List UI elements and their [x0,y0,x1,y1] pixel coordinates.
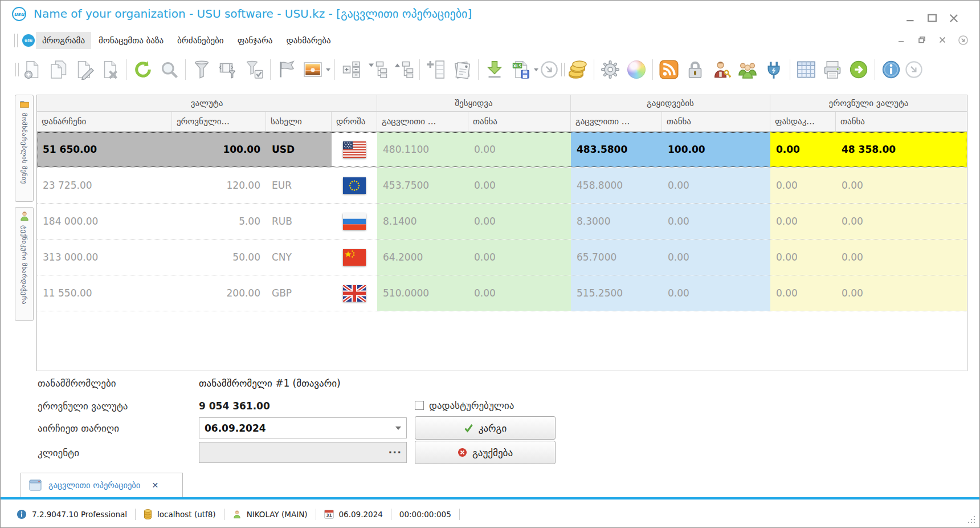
calendar-icon: 31 [324,509,334,519]
toolbar-overflow-icon[interactable] [904,56,924,83]
cell-sell-rate: 515.2500 [571,275,662,311]
ok-button-label: კარგი [479,423,507,434]
export-dropdown-icon[interactable] [534,68,540,71]
rss-feed-button[interactable] [656,56,682,83]
mdi-close-button[interactable] [936,35,949,45]
column-header-name[interactable]: სახელი [266,112,332,131]
group-header-national-currency[interactable]: ეროვნული ვალუტა [770,95,967,111]
resize-grip[interactable] [967,515,976,524]
money-button[interactable] [565,56,591,83]
menubar-drag-handle[interactable] [14,34,18,47]
collapse-tree-button[interactable] [364,56,390,83]
table-row-usd[interactable]: 51 650.00 100.00 USD 480.1100 0.00 483.5… [37,132,967,168]
date-combobox[interactable]: 06.09.2024 [199,417,407,438]
close-button[interactable] [948,13,960,23]
lock-button[interactable] [682,56,708,83]
table-row-gbp[interactable]: 11 550.00 200.00 GBP 510.0000 0.00 515.2… [37,275,967,311]
menu-bar: usu პროგრამა მონაცემთა ბაზა ბრძანებები ფ… [1,28,979,53]
theme-button[interactable] [623,56,650,83]
tab-label: გაცვლითი ოპერაციები [48,481,140,490]
chevron-down-icon[interactable] [395,427,401,430]
cell-amount: 48 358.00 [836,132,967,167]
column-header-buy-amount[interactable]: თანხა [468,112,571,131]
status-user: NIKOLAY (MAIN) [247,510,308,519]
table-row-rub[interactable]: 184 000.00 5.00 RUB 8.1400 0.00 8.3000 0… [37,204,967,239]
confirmed-checkbox[interactable] [415,401,424,410]
cell-national: 50.00 [172,239,266,275]
tab-close-icon[interactable]: ✕ [152,481,158,490]
cell-discount: 0.00 [770,275,836,311]
toolbar-overflow-icon[interactable] [540,56,559,83]
add-column-button[interactable] [423,56,449,83]
sidebar-tab-tech-support[interactable]: ტექნიკური მხარდაჭერა [15,207,34,321]
refresh-button[interactable] [130,56,156,83]
cell-sell-rate: 458.8000 [571,168,662,203]
settings-button[interactable] [597,56,623,83]
flag-button[interactable] [273,56,300,83]
cell-discount: 0.00 [770,239,836,275]
window-icon [29,480,42,491]
column-header-sell-rate[interactable]: გაცვლითი ... [571,112,662,131]
copy-record-button[interactable] [45,56,71,83]
menu-overflow-icon[interactable] [957,35,969,45]
report-button[interactable] [449,56,475,83]
menu-commands[interactable]: ბრძანებები [171,32,230,49]
menu-help[interactable]: დახმარება [280,32,337,49]
column-header-national[interactable]: ეროვნული... [172,112,266,131]
cancel-button-label: გაუქმება [472,447,513,458]
column-header-remaining[interactable]: დანარჩენი [37,112,172,131]
group-header-sales[interactable]: გაყიდვების [571,95,770,111]
cell-sell-rate: 65.7000 [571,239,662,275]
sidebar-tab-user-menu[interactable]: მომხმარებლის მენიუ [15,95,34,202]
usu-menu-icon[interactable]: usu [22,34,35,47]
table-row-cny[interactable]: 313 000.00 50.00 CNY 64.2000 0.00 65.700… [37,239,967,275]
cell-national: 5.00 [172,204,266,239]
table-row-eur[interactable]: 23 725.00 120.00 EUR 453.7500 0.00 458.8… [37,168,967,204]
maximize-button[interactable] [926,13,938,23]
check-icon [464,423,473,433]
column-header-sell-amount[interactable]: თანხა [662,112,770,131]
print-button[interactable] [819,56,846,83]
column-header-buy-rate[interactable]: გაცვლითი ... [377,112,468,131]
filter-button[interactable] [189,56,215,83]
filter-custom-button[interactable] [241,56,267,83]
image-button[interactable] [300,56,326,83]
expand-tree-button[interactable] [390,56,416,83]
plugin-button[interactable] [761,56,787,83]
mdi-minimize-button[interactable] [895,35,908,45]
gb-flag-icon [343,285,366,302]
edit-record-button[interactable] [71,56,97,83]
row-height-button[interactable] [338,56,364,83]
client-field[interactable]: ... [199,442,407,463]
export-xls-button[interactable]: XLS [508,56,534,83]
group-header-currency[interactable]: ვალუტა [37,95,377,111]
image-dropdown-icon[interactable] [326,68,332,71]
menu-program[interactable]: პროგრამა [36,32,91,49]
user-permissions-button[interactable] [708,56,734,83]
cell-amount: 0.00 [836,204,967,239]
column-header-discount[interactable]: ფასდაკ... [770,112,836,131]
ok-button[interactable]: კარგი [415,416,556,440]
grid-button[interactable] [793,56,819,83]
import-button[interactable] [481,56,508,83]
menu-window[interactable]: ფანჯარა [231,32,279,49]
menu-database[interactable]: მონაცემთა ბაზა [92,32,170,49]
cancel-button[interactable]: გაუქმება [415,441,556,464]
delete-record-button[interactable] [97,56,124,83]
search-button[interactable] [156,56,182,83]
status-bar: 7.2.9047.10 Professional localhost (utf8… [1,499,979,528]
column-header-amount[interactable]: თანხა [836,112,967,131]
info-button[interactable] [878,56,904,83]
cell-flag [332,239,377,275]
users-button[interactable] [734,56,761,83]
app-window: usu Name of your organization - USU soft… [0,0,980,528]
column-header-flag[interactable]: დროშა [332,112,377,131]
new-record-button[interactable] [19,56,45,83]
tab-exchange-operations[interactable]: გაცვლითი ოპერაციები ✕ [21,473,183,497]
minimize-button[interactable] [904,13,917,23]
next-button[interactable] [846,56,872,83]
filter-window-button[interactable] [215,56,241,83]
mdi-restore-button[interactable] [916,35,928,45]
group-header-purchase[interactable]: შესყიდვა [377,95,571,111]
client-lookup-button[interactable]: ... [388,444,402,456]
